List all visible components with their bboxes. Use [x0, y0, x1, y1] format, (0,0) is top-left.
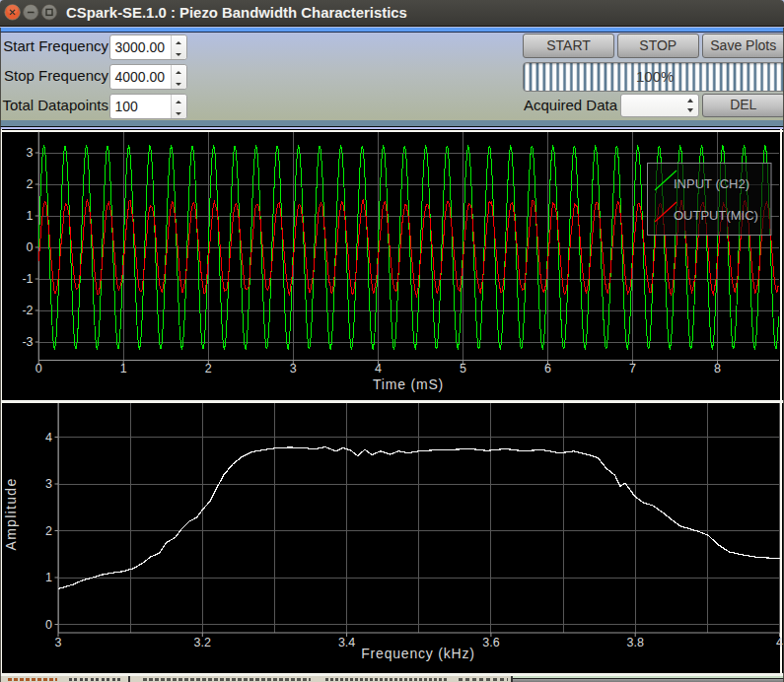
svg-text:Amplitude: Amplitude	[3, 477, 19, 550]
svg-text:-2: -2	[22, 304, 33, 317]
svg-text:0: 0	[45, 617, 52, 631]
svg-text:3.6: 3.6	[482, 636, 499, 649]
svg-text:Time (mS): Time (mS)	[373, 376, 444, 392]
svg-text:-1: -1	[22, 272, 33, 286]
svg-text:3.2: 3.2	[194, 636, 211, 649]
svg-text:4: 4	[375, 362, 382, 375]
svg-text:3.4: 3.4	[338, 636, 355, 649]
svg-text:INPUT (CH2): INPUT (CH2)	[674, 176, 749, 191]
svg-text:1: 1	[45, 571, 52, 584]
svg-text:0: 0	[36, 362, 42, 375]
svg-text:7: 7	[629, 362, 636, 375]
svg-text:4: 4	[776, 636, 783, 649]
svg-text:Frequency (kHz): Frequency (kHz)	[361, 646, 474, 661]
svg-text:OUTPUT(MIC): OUTPUT(MIC)	[674, 208, 758, 223]
svg-text:2: 2	[205, 362, 212, 375]
svg-text:0: 0	[27, 240, 34, 254]
svg-text:8: 8	[714, 362, 721, 375]
svg-text:2: 2	[27, 177, 34, 191]
svg-text:3: 3	[45, 477, 52, 491]
svg-text:3: 3	[27, 146, 34, 160]
svg-text:3.8: 3.8	[627, 636, 644, 649]
svg-text:6: 6	[544, 362, 551, 375]
svg-text:1: 1	[27, 209, 34, 223]
svg-text:2: 2	[45, 523, 52, 537]
svg-text:3: 3	[55, 636, 62, 649]
svg-text:4: 4	[45, 430, 52, 443]
svg-text:1: 1	[120, 362, 127, 375]
svg-text:3: 3	[290, 362, 297, 375]
svg-text:5: 5	[460, 362, 466, 375]
svg-text:-3: -3	[22, 335, 33, 349]
